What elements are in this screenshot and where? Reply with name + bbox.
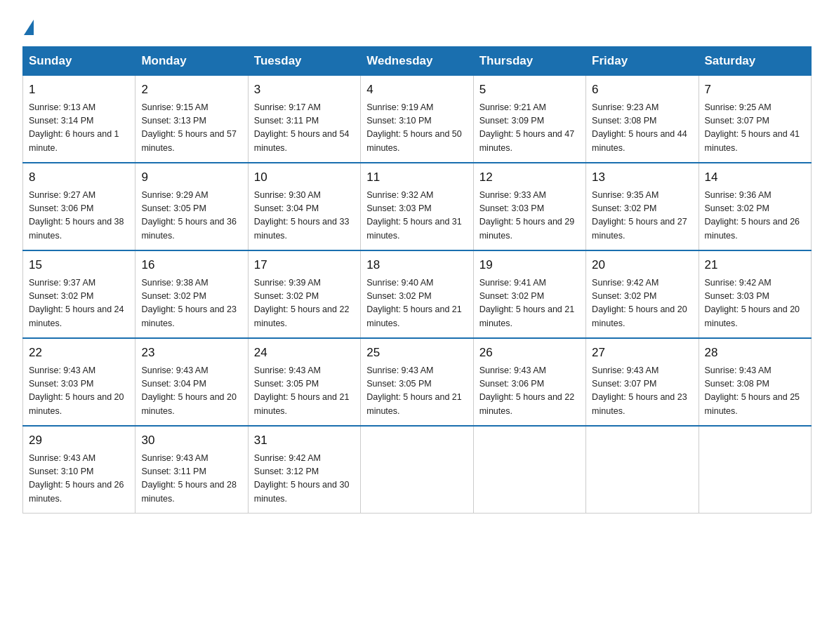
day-number: 25: [366, 344, 467, 362]
calendar-cell: 28Sunrise: 9:43 AMSunset: 3:08 PMDayligh…: [699, 338, 811, 426]
calendar-cell: 2Sunrise: 9:15 AMSunset: 3:13 PMDaylight…: [135, 76, 248, 163]
calendar-cell: 23Sunrise: 9:43 AMSunset: 3:04 PMDayligh…: [135, 338, 248, 426]
day-number: 24: [254, 344, 355, 362]
day-info: Sunrise: 9:19 AMSunset: 3:10 PMDaylight:…: [366, 101, 467, 156]
day-info: Sunrise: 9:29 AMSunset: 3:05 PMDaylight:…: [141, 189, 241, 243]
calendar-cell: 21Sunrise: 9:42 AMSunset: 3:03 PMDayligh…: [699, 250, 811, 338]
day-info: Sunrise: 9:42 AMSunset: 3:12 PMDaylight:…: [254, 452, 355, 507]
calendar-cell: [361, 426, 473, 514]
day-info: Sunrise: 9:43 AMSunset: 3:06 PMDaylight:…: [479, 364, 580, 419]
calendar-table: SundayMondayTuesdayWednesdayThursdayFrid…: [22, 46, 812, 514]
calendar-cell: 14Sunrise: 9:36 AMSunset: 3:02 PMDayligh…: [699, 163, 811, 250]
calendar-cell: 29Sunrise: 9:43 AMSunset: 3:10 PMDayligh…: [23, 426, 135, 514]
day-info: Sunrise: 9:43 AMSunset: 3:05 PMDaylight:…: [254, 364, 355, 419]
calendar-cell: 24Sunrise: 9:43 AMSunset: 3:05 PMDayligh…: [248, 338, 360, 426]
header-thursday: Thursday: [473, 47, 585, 76]
calendar-cell: 20Sunrise: 9:42 AMSunset: 3:02 PMDayligh…: [586, 250, 699, 338]
day-number: 21: [705, 256, 805, 274]
calendar-cell: 4Sunrise: 9:19 AMSunset: 3:10 PMDaylight…: [361, 76, 473, 163]
day-number: 14: [705, 168, 805, 187]
calendar-cell: 6Sunrise: 9:23 AMSunset: 3:08 PMDaylight…: [586, 76, 699, 163]
calendar-cell: 17Sunrise: 9:39 AMSunset: 3:02 PMDayligh…: [248, 250, 360, 338]
day-info: Sunrise: 9:30 AMSunset: 3:04 PMDaylight:…: [254, 189, 355, 243]
header-friday: Friday: [586, 47, 699, 76]
calendar-cell: 19Sunrise: 9:41 AMSunset: 3:02 PMDayligh…: [473, 250, 585, 338]
day-number: 27: [592, 344, 692, 362]
logo-triangle-icon: [24, 20, 34, 35]
day-info: Sunrise: 9:23 AMSunset: 3:08 PMDaylight:…: [592, 101, 692, 156]
calendar-cell: 15Sunrise: 9:37 AMSunset: 3:02 PMDayligh…: [23, 250, 135, 338]
day-number: 10: [254, 168, 355, 187]
day-number: 23: [141, 344, 241, 362]
day-info: Sunrise: 9:43 AMSunset: 3:07 PMDaylight:…: [592, 364, 692, 419]
day-info: Sunrise: 9:43 AMSunset: 3:03 PMDaylight:…: [29, 364, 129, 419]
day-number: 1: [29, 81, 129, 99]
calendar-cell: 27Sunrise: 9:43 AMSunset: 3:07 PMDayligh…: [586, 338, 699, 426]
day-info: Sunrise: 9:43 AMSunset: 3:10 PMDaylight:…: [29, 452, 129, 507]
day-info: Sunrise: 9:42 AMSunset: 3:03 PMDaylight:…: [705, 276, 805, 331]
day-info: Sunrise: 9:43 AMSunset: 3:08 PMDaylight:…: [705, 364, 805, 419]
calendar-cell: 8Sunrise: 9:27 AMSunset: 3:06 PMDaylight…: [23, 163, 135, 250]
day-number: 31: [254, 431, 355, 450]
day-info: Sunrise: 9:21 AMSunset: 3:09 PMDaylight:…: [479, 101, 580, 156]
day-number: 5: [479, 81, 580, 99]
day-number: 19: [479, 256, 580, 274]
day-info: Sunrise: 9:43 AMSunset: 3:04 PMDaylight:…: [141, 364, 241, 419]
day-info: Sunrise: 9:40 AMSunset: 3:02 PMDaylight:…: [366, 276, 467, 331]
day-info: Sunrise: 9:17 AMSunset: 3:11 PMDaylight:…: [254, 101, 355, 156]
header-monday: Monday: [135, 47, 248, 76]
calendar-cell: 12Sunrise: 9:33 AMSunset: 3:03 PMDayligh…: [473, 163, 585, 250]
calendar-week-4: 22Sunrise: 9:43 AMSunset: 3:03 PMDayligh…: [23, 338, 812, 426]
day-info: Sunrise: 9:41 AMSunset: 3:02 PMDaylight:…: [479, 276, 580, 331]
day-number: 12: [479, 168, 580, 187]
day-info: Sunrise: 9:33 AMSunset: 3:03 PMDaylight:…: [479, 189, 580, 243]
day-number: 9: [141, 168, 241, 187]
day-info: Sunrise: 9:25 AMSunset: 3:07 PMDaylight:…: [705, 101, 805, 156]
calendar-cell: 31Sunrise: 9:42 AMSunset: 3:12 PMDayligh…: [248, 426, 360, 514]
calendar-header-row: SundayMondayTuesdayWednesdayThursdayFrid…: [23, 47, 812, 76]
day-info: Sunrise: 9:15 AMSunset: 3:13 PMDaylight:…: [141, 101, 241, 156]
header-saturday: Saturday: [699, 47, 811, 76]
day-number: 20: [592, 256, 692, 274]
day-info: Sunrise: 9:27 AMSunset: 3:06 PMDaylight:…: [29, 189, 129, 243]
day-info: Sunrise: 9:37 AMSunset: 3:02 PMDaylight:…: [29, 276, 129, 331]
calendar-cell: 30Sunrise: 9:43 AMSunset: 3:11 PMDayligh…: [135, 426, 248, 514]
calendar-cell: 5Sunrise: 9:21 AMSunset: 3:09 PMDaylight…: [473, 76, 585, 163]
calendar-cell: 16Sunrise: 9:38 AMSunset: 3:02 PMDayligh…: [135, 250, 248, 338]
day-number: 15: [29, 256, 129, 274]
day-info: Sunrise: 9:36 AMSunset: 3:02 PMDaylight:…: [705, 189, 805, 243]
day-info: Sunrise: 9:35 AMSunset: 3:02 PMDaylight:…: [592, 189, 692, 243]
calendar-cell: 1Sunrise: 9:13 AMSunset: 3:14 PMDaylight…: [23, 76, 135, 163]
day-info: Sunrise: 9:39 AMSunset: 3:02 PMDaylight:…: [254, 276, 355, 331]
calendar-cell: 25Sunrise: 9:43 AMSunset: 3:05 PMDayligh…: [361, 338, 473, 426]
calendar-cell: 9Sunrise: 9:29 AMSunset: 3:05 PMDaylight…: [135, 163, 248, 250]
calendar-cell: 26Sunrise: 9:43 AMSunset: 3:06 PMDayligh…: [473, 338, 585, 426]
day-number: 29: [29, 431, 129, 450]
day-info: Sunrise: 9:32 AMSunset: 3:03 PMDaylight:…: [366, 189, 467, 243]
day-info: Sunrise: 9:43 AMSunset: 3:05 PMDaylight:…: [366, 364, 467, 419]
day-number: 28: [705, 344, 805, 362]
day-number: 18: [366, 256, 467, 274]
calendar-cell: 7Sunrise: 9:25 AMSunset: 3:07 PMDaylight…: [699, 76, 811, 163]
day-number: 11: [366, 168, 467, 187]
calendar-week-1: 1Sunrise: 9:13 AMSunset: 3:14 PMDaylight…: [23, 76, 812, 163]
calendar-cell: [473, 426, 585, 514]
logo: [22, 17, 34, 32]
header-sunday: Sunday: [23, 47, 135, 76]
calendar-cell: 3Sunrise: 9:17 AMSunset: 3:11 PMDaylight…: [248, 76, 360, 163]
day-number: 4: [366, 81, 467, 99]
calendar-cell: 18Sunrise: 9:40 AMSunset: 3:02 PMDayligh…: [361, 250, 473, 338]
day-number: 7: [705, 81, 805, 99]
calendar-cell: 11Sunrise: 9:32 AMSunset: 3:03 PMDayligh…: [361, 163, 473, 250]
calendar-week-5: 29Sunrise: 9:43 AMSunset: 3:10 PMDayligh…: [23, 426, 812, 514]
day-number: 2: [141, 81, 241, 99]
day-number: 30: [141, 431, 241, 450]
day-info: Sunrise: 9:43 AMSunset: 3:11 PMDaylight:…: [141, 452, 241, 507]
day-number: 6: [592, 81, 692, 99]
day-number: 26: [479, 344, 580, 362]
day-number: 3: [254, 81, 355, 99]
day-number: 16: [141, 256, 241, 274]
calendar-cell: [699, 426, 811, 514]
day-info: Sunrise: 9:38 AMSunset: 3:02 PMDaylight:…: [141, 276, 241, 331]
day-number: 22: [29, 344, 129, 362]
